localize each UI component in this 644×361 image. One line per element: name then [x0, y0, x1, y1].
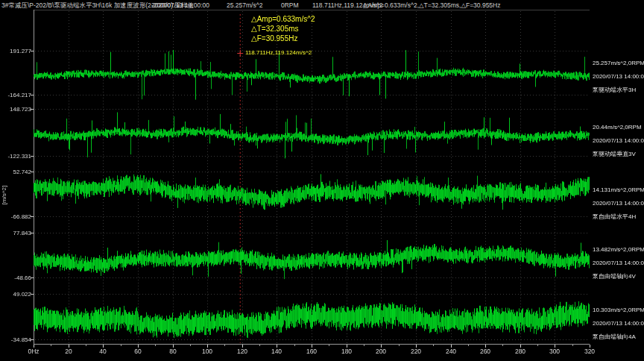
x-axis-minor-tick [364, 345, 364, 346]
x-axis-tick-label: 300 [543, 348, 566, 355]
trace-info-block: 25.257m/s^2,0RPM2020/07/13 14:00:00泵驱动端水… [593, 57, 644, 97]
y-axis-tick-label: 77.843 [0, 230, 31, 236]
y-axis-tick-label: -164.217 [0, 92, 31, 98]
title-datetime: 2020/07/13 14:00:00 [151, 1, 209, 10]
x-axis-minor-tick [537, 345, 538, 346]
x-axis-tick-label: 180 [335, 348, 358, 355]
trace-peak-value: 10.303m/s^2,0RPM [593, 304, 644, 317]
y-axis-tick-label: 191.277 [0, 48, 31, 54]
title-delta-readout: △Amp=0.633m/s^2,△T=32.305ms,△F=30.955Hz [363, 1, 500, 10]
trace-peak-value: 14.131m/s^2,0RPM [593, 183, 644, 197]
x-axis-minor-tick [329, 345, 329, 346]
x-axis-tick-label: 220 [405, 348, 427, 355]
delta-annotation: △Amp=0.633m/s^2 △T=32.305ms △F=30.955Hz [251, 14, 315, 43]
x-axis-tick [555, 345, 555, 348]
delta-amp-line: △Amp=0.633m/s^2 [251, 14, 315, 24]
x-axis-minor-tick [572, 345, 573, 346]
title-amplitude: 25.257m/s^2 [227, 1, 262, 10]
x-axis-minor-tick [399, 345, 400, 346]
trace-peak-value: 25.257m/s^2,0RPM [593, 57, 644, 70]
y-axis-tick-label: -122.331 [0, 153, 31, 160]
trace-info-block: 13.482m/s^2,0RPM2020/07/13 14:00:00泵自由端轴… [593, 243, 644, 283]
trace-info-block: 10.303m/s^2,0RPM2020/07/13 14:00:00泵自由端轴… [593, 304, 644, 344]
y-axis-tick-label: 49.022 [0, 291, 31, 298]
x-axis-minor-tick [502, 345, 503, 346]
x-axis-tick-label: 320 [578, 348, 601, 355]
y-axis-unit-label: [m/s^2] [1, 180, 7, 211]
waveform-plot: △Amp=0.633m/s^2 △T=32.305ms △F=30.955Hz … [34, 10, 590, 345]
x-axis-minor-tick [224, 345, 225, 346]
waveform-canvas[interactable] [34, 10, 590, 345]
y-axis-tick-label: -48.66 [0, 274, 31, 281]
x-axis-tick [69, 345, 69, 348]
cursor-readout-label: 118.711Hz,119.124m/s^2 [245, 49, 312, 56]
delta-freq-line: △F=30.955Hz [251, 34, 315, 43]
x-axis-tick [416, 345, 417, 348]
x-axis-tick [103, 345, 104, 348]
x-axis-tick-label: 260 [474, 348, 496, 355]
x-axis-tick-label: 240 [440, 348, 462, 355]
x-axis-tick-label: 100 [196, 348, 218, 355]
x-axis-tick [138, 345, 139, 348]
x-axis-tick [485, 345, 486, 348]
y-axis-tick-label: 52.742 [0, 169, 31, 175]
trace-datetime: 2020/07/13 14:00:00 [593, 257, 644, 270]
trace-channel-name: 泵自由端轴向4V [593, 270, 644, 283]
x-axis-tick-label: 40 [92, 348, 114, 355]
x-axis-tick [277, 345, 277, 348]
x-axis-minor-tick [190, 345, 191, 346]
x-axis-minor-tick [51, 345, 51, 346]
x-axis-minor-tick [294, 345, 295, 346]
x-axis-tick-label: 160 [300, 348, 323, 355]
delta-time-line: △T=32.305ms [251, 24, 315, 34]
x-axis-tick [347, 345, 347, 348]
app-window: { "title_bar": { "path": "3#常减压\\P-202/B… [0, 0, 644, 361]
trace-channel-name: 泵驱动端垂直3V [593, 148, 644, 161]
x-axis-tick [242, 345, 243, 348]
x-axis-minor-tick [121, 345, 121, 346]
trace-datetime: 2020/07/13 14:00:00 [593, 134, 644, 148]
y-axis-tick-label: -66.882 [0, 213, 31, 220]
title-bar: 3#常减压\P-202/B\泵驱动端水平3H\16k 加速度波形(2-20000… [0, 0, 644, 10]
trace-info-block: 20.44m/s^2,0RPM2020/07/13 14:00:00泵驱动端垂直… [593, 121, 644, 161]
title-rpm: 0RPM [281, 1, 299, 10]
x-axis-tick [34, 345, 34, 348]
x-axis-minor-tick [259, 345, 260, 346]
x-axis-tick [207, 345, 208, 348]
x-axis-tick [590, 345, 590, 348]
trace-datetime: 2020/07/13 14:00:00 [593, 197, 644, 210]
x-axis-tick [381, 345, 382, 348]
x-axis-tick-label: 140 [265, 348, 288, 355]
y-axis-tick-label: 148.723 [0, 106, 31, 113]
trace-channel-name: 泵驱动端水平3H [593, 84, 644, 97]
x-axis-tick-label: 0Hz [22, 348, 45, 355]
x-axis-tick-label: 80 [162, 348, 184, 355]
x-axis-minor-tick [468, 345, 469, 346]
x-axis-tick [451, 345, 452, 348]
x-axis-tick-label: 20 [57, 348, 80, 355]
trace-info-block: 14.131m/s^2,0RPM2020/07/13 14:00:00泵自由端水… [593, 183, 644, 224]
trace-peak-value: 13.482m/s^2,0RPM [593, 243, 644, 257]
trace-peak-value: 20.44m/s^2,0RPM [593, 121, 644, 134]
x-axis-minor-tick [433, 345, 434, 346]
y-axis-tick-label: -34.854 [0, 336, 31, 343]
x-axis-tick [312, 345, 312, 348]
trace-datetime: 2020/07/13 14:00:00 [593, 70, 644, 84]
x-axis-tick-label: 120 [231, 348, 253, 355]
x-axis-tick-label: 60 [127, 348, 149, 355]
trace-channel-name: 泵自由端轴向4A [593, 330, 644, 344]
x-axis-tick-label: 280 [509, 348, 531, 355]
trace-channel-name: 泵自由端水平4H [593, 210, 644, 224]
x-axis-tick [173, 345, 174, 348]
x-axis-tick-label: 200 [370, 348, 392, 355]
x-axis-minor-tick [155, 345, 156, 346]
x-axis-tick [520, 345, 521, 348]
trace-datetime: 2020/07/13 14:00:00 [593, 317, 644, 330]
x-axis-minor-tick [86, 345, 86, 346]
